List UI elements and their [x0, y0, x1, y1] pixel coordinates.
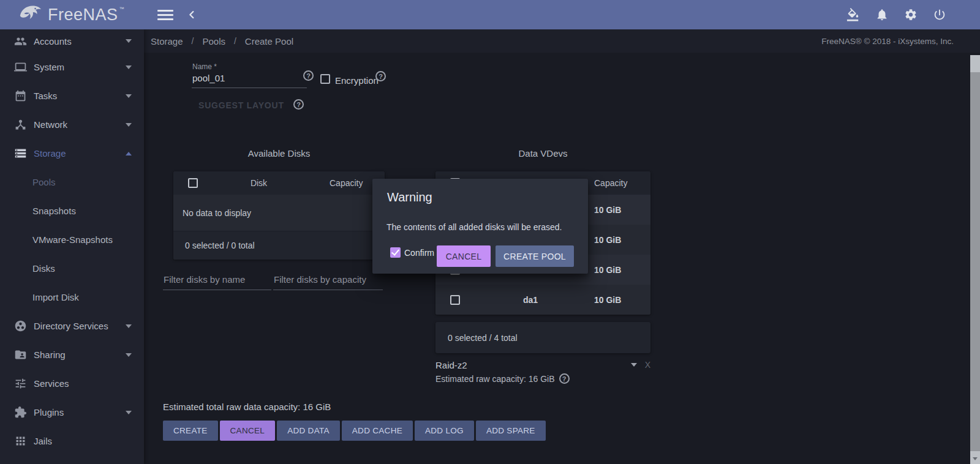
disk-checkbox[interactable]: [450, 295, 460, 305]
folder-shared-icon: [13, 348, 27, 362]
capacity-column-header: Capacity: [587, 178, 650, 188]
sidebar-item-label: Pools: [32, 177, 132, 187]
sidebar-item-label: Import Disk: [32, 292, 132, 302]
network-icon: [13, 118, 27, 132]
vertical-scrollbar: [970, 55, 980, 464]
settings-gear-icon[interactable]: [904, 8, 918, 21]
sidebar-item-label: Plugins: [34, 407, 126, 417]
select-all-checkbox[interactable]: [188, 178, 198, 188]
encryption-help-icon[interactable]: [375, 71, 386, 81]
sidebar-item-system[interactable]: System: [0, 53, 144, 81]
scrollbar-thumb[interactable]: [970, 72, 980, 451]
breadcrumb-pools[interactable]: Pools: [202, 36, 225, 47]
laptop-icon: [13, 61, 27, 74]
add-data-button[interactable]: ADD DATA: [277, 421, 340, 441]
filter-name-input[interactable]: [163, 274, 271, 290]
create-button[interactable]: CREATE: [163, 421, 218, 441]
breadcrumb: Storage / Pools / Create Pool: [151, 36, 293, 47]
menu-icon[interactable]: [157, 7, 173, 23]
power-icon[interactable]: [933, 8, 946, 21]
confirm-label: Confirm: [404, 248, 434, 258]
scrollbar-down-button[interactable]: [970, 454, 980, 464]
breadcrumb-create-pool: Create Pool: [245, 36, 293, 47]
modal-create-pool-button[interactable]: CREATE POOL: [496, 245, 574, 267]
disk-name: da1: [473, 295, 587, 305]
breadcrumb-bar: Storage / Pools / Create Pool FreeNAS® ©…: [144, 29, 980, 53]
sidebar-item-label: Sharing: [34, 350, 126, 360]
sidebar-item-tasks[interactable]: Tasks: [0, 81, 144, 110]
available-disks-header: Disk Capacity: [173, 171, 385, 195]
sidebar-item-label: Services: [34, 378, 132, 389]
breadcrumb-separator: /: [192, 36, 194, 46]
suggest-layout-help-icon[interactable]: [293, 99, 304, 110]
navigate-back-icon[interactable]: [187, 10, 197, 20]
sidebar-item-jails[interactable]: Jails: [0, 427, 144, 455]
sidebar-item-storage[interactable]: Storage: [0, 139, 144, 168]
sidebar-item-label: VMware-Snapshots: [32, 234, 132, 245]
breadcrumb-storage[interactable]: Storage: [151, 36, 183, 47]
sidebar-item-label: System: [34, 62, 126, 72]
freenas-app: FreeNAS ™ Accounts: [0, 0, 980, 464]
sidebar-item-plugins[interactable]: Plugins: [0, 398, 144, 427]
modal-cancel-button[interactable]: CANCEL: [437, 245, 491, 267]
add-cache-button[interactable]: ADD CACHE: [342, 421, 413, 441]
chevron-down-icon: [126, 39, 132, 43]
tune-icon: [13, 377, 27, 391]
form-actions: CREATE CANCEL ADD DATA ADD CACHE ADD LOG…: [163, 421, 546, 441]
chevron-down-icon: [126, 324, 132, 328]
cancel-button[interactable]: CANCEL: [220, 421, 276, 441]
pool-name-input[interactable]: [192, 73, 307, 88]
chevron-down-icon: [126, 65, 132, 69]
sidebar-item-label: Storage: [34, 148, 126, 159]
suggest-layout-button[interactable]: SUGGEST LAYOUT: [198, 100, 284, 110]
raid-type-select[interactable]: Raid-z2 X: [435, 357, 650, 372]
sidebar-item-network[interactable]: Network: [0, 110, 144, 139]
logo-text: FreeNAS: [48, 6, 118, 24]
add-log-button[interactable]: ADD LOG: [415, 421, 474, 441]
estimated-raw-capacity-text: Estimated raw capacity: 16 GiB: [435, 374, 555, 384]
logo-trademark: ™: [119, 6, 124, 12]
data-vdevs-title: Data VDevs: [435, 148, 650, 159]
encryption-label: Encryption: [335, 75, 379, 86]
sidebar-item-import-disk[interactable]: Import Disk: [0, 283, 144, 312]
remove-vdev-icon[interactable]: X: [645, 360, 650, 370]
chevron-down-icon: [126, 123, 132, 127]
puzzle-icon: [13, 406, 27, 419]
table-row: da1 10 GiB: [435, 285, 650, 315]
chevron-down-icon: [126, 411, 132, 414]
chevron-up-icon: [126, 152, 132, 155]
shark-icon: [17, 3, 43, 26]
notifications-bell-icon[interactable]: [875, 8, 889, 21]
filter-capacity-input[interactable]: [273, 274, 383, 290]
sidebar-item-pools[interactable]: Pools: [0, 168, 144, 196]
sidebar-item-vmware-snapshots[interactable]: VMware-Snapshots: [0, 225, 144, 254]
sidebar-item-label: Directory Services: [34, 321, 126, 331]
select-arrow-icon: [631, 363, 637, 367]
raid-type-value: Raid-z2: [435, 360, 631, 370]
sidebar-item-disks[interactable]: Disks: [0, 254, 144, 283]
disk-capacity: 10 GiB: [587, 295, 650, 305]
sidebar-item-label: Accounts: [34, 36, 126, 47]
modal-title: Warning: [387, 190, 432, 204]
sidebar-item-label: Tasks: [34, 91, 126, 101]
topbar-icons: [846, 8, 980, 21]
disk-capacity: 10 GiB: [587, 205, 650, 215]
available-disks-summary: 0 selected / 0 total: [173, 231, 385, 260]
encryption-checkbox[interactable]: [320, 74, 330, 84]
sidebar-item-label: Network: [34, 119, 126, 130]
people-icon: [13, 34, 27, 48]
freenas-logo: FreeNAS ™: [0, 3, 144, 26]
chevron-down-icon: [126, 353, 132, 357]
add-spare-button[interactable]: ADD SPARE: [476, 421, 546, 441]
estimated-total-capacity: Estimated total raw data capacity: 16 Gi…: [163, 402, 331, 412]
sidebar-item-accounts[interactable]: Accounts: [0, 29, 144, 53]
theme-bucket-icon[interactable]: [846, 8, 860, 21]
name-help-icon[interactable]: [303, 70, 314, 81]
sidebar-item-directory-services[interactable]: Directory Services: [0, 312, 144, 340]
capacity-help-icon[interactable]: [559, 373, 570, 384]
confirm-checkbox[interactable]: [390, 247, 401, 258]
sidebar-item-sharing[interactable]: Sharing: [0, 340, 144, 369]
sidebar-item-snapshots[interactable]: Snapshots: [0, 196, 144, 225]
estimated-raw-capacity: Estimated raw capacity: 16 GiB: [435, 373, 570, 384]
sidebar-item-services[interactable]: Services: [0, 369, 144, 398]
